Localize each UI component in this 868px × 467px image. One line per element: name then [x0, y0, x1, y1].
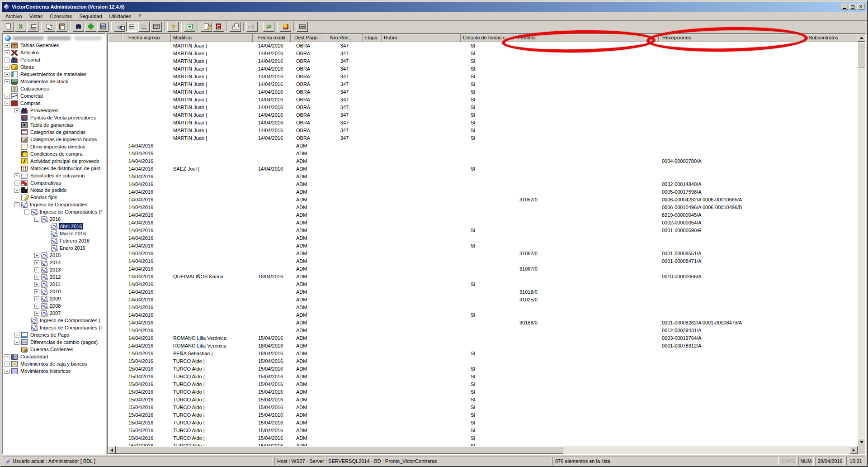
print-button[interactable] [27, 22, 38, 32]
menu-item-seguridad[interactable]: Seguridad [75, 12, 105, 20]
tree-item-comercial[interactable]: +Comercial [3, 92, 105, 100]
expand-icon[interactable]: + [34, 253, 39, 258]
tree-item-contabilidad[interactable]: +Contabilidad [3, 353, 105, 360]
tree-item-tablas-generales[interactable]: +Tablas Generales [3, 42, 105, 49]
expand-icon[interactable]: + [5, 43, 9, 48]
expand-icon[interactable]: + [5, 354, 9, 359]
tree-item-condiciones-de-compra[interactable]: Condiciones de compra [3, 150, 105, 157]
table-row[interactable]: 14/04/2016PEÑA Sebastian |18/04/2016ADMS… [108, 350, 858, 357]
tree-item-2011[interactable]: +2011 [3, 281, 105, 288]
scroll-right-button[interactable] [850, 446, 858, 454]
menu-item-vistas[interactable]: Vistas [26, 12, 47, 20]
grid-view-button[interactable] [151, 22, 162, 32]
tree-item-requerimientos-de-materiales[interactable]: +Requerimientos de materiales [3, 71, 105, 78]
table-row[interactable]: 14/04/2016ADM0032-00014840/A [108, 181, 858, 188]
search-button[interactable] [73, 22, 84, 32]
expand-icon[interactable]: + [5, 94, 9, 99]
send-document-button[interactable] [230, 22, 241, 32]
minimize-button[interactable] [841, 4, 848, 10]
tree-item-obras[interactable]: +Obras [3, 63, 105, 71]
table-row[interactable]: 14/04/2016QUEIMALIÑOS Karina18/04/2016AD… [108, 273, 858, 281]
expand-icon[interactable]: + [5, 79, 9, 84]
notes-button[interactable] [201, 22, 212, 32]
menu-item-?[interactable]: ? [135, 12, 145, 20]
tree-item-ingreso-de-comprobantes-t[interactable]: Ingreso de Comprobantes (T [3, 324, 105, 331]
expand-icon[interactable]: + [5, 72, 9, 77]
table-row[interactable]: MARTIN Juan |14/04/2016OBRA347SI [108, 65, 858, 73]
expand-icon[interactable]: + [5, 362, 9, 367]
expand-icon[interactable]: + [5, 57, 9, 62]
table-row[interactable]: 14/04/2016ADM0005-00017598/A [108, 188, 858, 196]
table-row[interactable]: 14/04/2016ADMSI [108, 281, 858, 288]
table-row[interactable]: 15/04/2016TURCO Aldo |15/04/2016ADMSI [108, 396, 858, 404]
tree-item-movimientos-historicos[interactable]: +Movimientos historicos [3, 367, 105, 375]
table-row[interactable]: 15/04/2016TURCO Aldo |15/04/2016ADMSI [108, 427, 858, 434]
table-row[interactable]: 15/04/2016TURCO Aldo |15/04/2016ADM [108, 357, 858, 365]
tree-item-solicitudes-de-cotizacion[interactable]: +Solicitudes de cotizacion [3, 172, 105, 179]
tree-item-enero-2016[interactable]: Enero 2016 [3, 244, 105, 252]
expand-icon[interactable]: + [5, 369, 9, 374]
table-row[interactable]: 14/04/2016ADM31062/00001-00008551/A [108, 250, 858, 257]
table-row[interactable]: 14/04/2016ADMSI0001-00000590/R [108, 227, 858, 234]
menu-item-consultas[interactable]: Consultas [46, 12, 75, 20]
tree-item-2012[interactable]: +2012 [3, 273, 105, 281]
expand-icon[interactable]: + [34, 304, 39, 309]
tree-item-ordenes-de-pago[interactable]: +Ordenes de Pago [3, 331, 105, 338]
table-row[interactable]: 14/04/2016ADM31025/0 [108, 296, 858, 304]
alerts-button[interactable] [280, 22, 291, 32]
table-row[interactable]: MARTIN Juan |14/04/2016OBRA347SI [108, 127, 858, 134]
tree-item-ingreso-de-comprobantes[interactable]: Ingreso de Comprobantes ( [3, 317, 105, 324]
table-row[interactable]: 15/04/2016TURCO Aldo |15/04/2016ADMSI [108, 404, 858, 411]
restore-button[interactable] [849, 4, 856, 10]
tree-item-tabla-de-ganancias[interactable]: Tabla de ganancias [3, 121, 105, 129]
table-row[interactable]: 14/04/2016SAEZ Joel |14/04/2016ADMSI [108, 165, 858, 173]
tree-item-marzo-2016[interactable]: Marzo 2016 [3, 230, 105, 237]
table-row[interactable]: 14/04/2016ADMSI [108, 242, 858, 250]
tree-item-diferencias-de-cambio-pagos[interactable]: +Diferencias de cambio (pagos) [3, 338, 105, 346]
expand-icon[interactable]: + [14, 181, 19, 186]
table-row[interactable]: 14/04/2016ADM0012-00029431/A [108, 327, 858, 334]
paste-button[interactable] [56, 22, 67, 32]
table-row[interactable]: 14/04/2016ADM [108, 304, 858, 311]
table-row[interactable]: 14/04/2016ADM0001-00008471/A [108, 257, 858, 265]
tree-item-actividad-principal-de-proveedo[interactable]: Actividad principal de proveedo [3, 157, 105, 165]
table-row[interactable]: 15/04/2016TURCO Aldo |15/04/2016ADMSI [108, 419, 858, 427]
collapse-icon[interactable]: - [34, 217, 39, 222]
table-row[interactable]: 14/04/2016ADM0006-00010496/A 0006-000104… [108, 204, 858, 211]
expand-icon[interactable]: + [34, 289, 39, 294]
field-sort-button[interactable]: a [114, 22, 125, 32]
copy-button[interactable] [44, 22, 55, 32]
table-row[interactable]: 14/04/2016ADM [108, 142, 858, 150]
table-row[interactable]: MARTIN Juan |14/04/2016OBRA347SI [108, 96, 858, 104]
table-row[interactable]: 15/04/2016TURCO Aldo |15/04/2016ADMSI [108, 388, 858, 396]
tree-item-compras[interactable]: -Compras [3, 100, 105, 107]
table-row[interactable]: MARTIN Juan |14/04/2016OBRA347SI [108, 57, 858, 65]
table-row[interactable]: 14/04/2016ADM [108, 150, 858, 157]
table-row[interactable]: 15/04/2016TURCO Aldo |15/04/2016ADMSI [108, 442, 858, 446]
properties-button[interactable] [184, 22, 195, 32]
close-button[interactable]: × [857, 4, 864, 10]
table-row[interactable]: 14/04/2016ADM0002-00000054/A [108, 219, 858, 227]
tree-item-2007[interactable]: +2007 [3, 310, 105, 317]
expand-icon[interactable]: + [34, 311, 39, 316]
table-row[interactable]: 15/04/2016TURCO Aldo |15/04/2016ADMSI [108, 381, 858, 388]
tree-item-2016[interactable]: -2016 [3, 215, 105, 223]
phone-button[interactable] [213, 22, 224, 32]
column-header-nro-ren[interactable]: Nro.Ren... [326, 34, 363, 42]
collapse-icon[interactable]: - [5, 101, 9, 106]
scroll-up-button[interactable] [858, 34, 865, 42]
calculator-button[interactable] [97, 22, 108, 32]
expand-icon[interactable]: + [5, 50, 9, 55]
tree-item-movimientos-de-caja-y-bancos[interactable]: +Movimientos de caja y bancos [3, 360, 105, 367]
outline-view-button[interactable] [138, 22, 150, 32]
column-header-dest-pago[interactable]: Dest.Pago [291, 34, 326, 42]
table-row[interactable]: 14/04/2016ADMSI [108, 311, 858, 319]
column-header-fecha-modif[interactable]: Fecha modif. [253, 34, 291, 42]
expand-icon[interactable]: + [14, 173, 19, 178]
tree-item-proveedores[interactable]: +Proveedores [3, 107, 105, 114]
refresh-button[interactable]: ⇄ [263, 22, 274, 32]
expand-icon[interactable]: + [14, 108, 19, 113]
exit-button[interactable] [297, 22, 308, 32]
tree-item-2008[interactable]: +2008 [3, 302, 105, 310]
add-button[interactable] [85, 22, 96, 32]
